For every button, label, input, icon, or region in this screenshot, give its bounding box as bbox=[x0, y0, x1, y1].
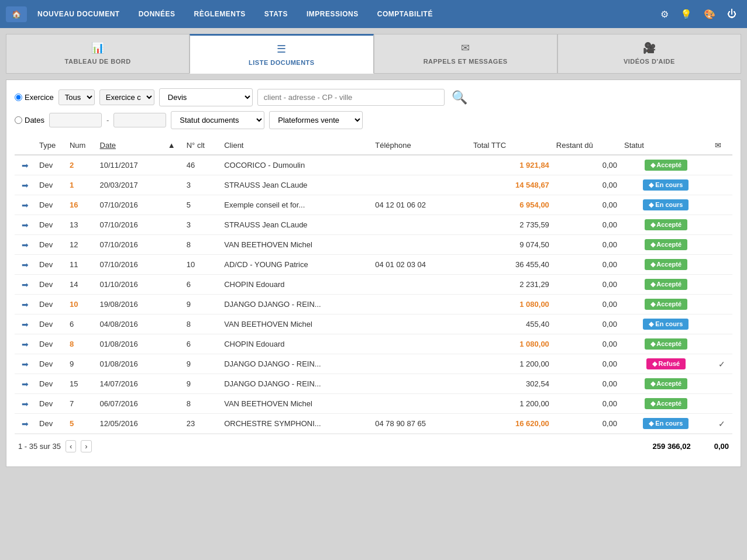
row-action-icon[interactable]: ➡ bbox=[15, 374, 36, 394]
row-action-icon[interactable]: ➡ bbox=[15, 195, 36, 215]
tab-tableau-de-bord[interactable]: 📊 TABLEAU DE BORD bbox=[6, 34, 190, 74]
row-statut[interactable]: ◆ Accepté bbox=[621, 374, 711, 394]
lightbulb-icon[interactable]: 💡 bbox=[676, 5, 697, 23]
row-num[interactable]: 15 bbox=[66, 374, 97, 394]
tab-label-rappels-messages: RAPPELS ET MESSAGES bbox=[424, 58, 508, 65]
row-action-icon[interactable]: ➡ bbox=[15, 295, 36, 314]
row-action-icon[interactable]: ➡ bbox=[15, 314, 36, 334]
row-date: 20/03/2017 bbox=[97, 175, 164, 195]
row-num[interactable]: 9 bbox=[66, 354, 97, 374]
row-action-icon[interactable]: ➡ bbox=[15, 275, 36, 295]
row-nclt: 3 bbox=[183, 215, 221, 235]
row-num[interactable]: 13 bbox=[66, 215, 97, 235]
row-action-icon[interactable]: ➡ bbox=[15, 215, 36, 235]
row-num[interactable]: 14 bbox=[66, 275, 97, 295]
nav-impressions[interactable]: IMPRESSIONS bbox=[298, 6, 367, 22]
col-header-date[interactable]: Date bbox=[97, 136, 164, 155]
nav-reglements[interactable]: RÈGLEMENTS bbox=[186, 6, 254, 22]
row-total-ttc: 36 455,40 bbox=[470, 255, 553, 275]
plateforme-select[interactable]: Plateformes vente Toutes bbox=[269, 111, 363, 129]
row-statut[interactable]: ◆ Refusé bbox=[621, 354, 711, 374]
power-icon[interactable]: ⏻ bbox=[722, 5, 741, 23]
row-statut[interactable]: ◆ Accepté bbox=[621, 334, 711, 354]
tab-videos-aide[interactable]: 🎥 VIDÉOS D'AIDE bbox=[557, 34, 741, 74]
dates-radio[interactable] bbox=[15, 116, 22, 124]
row-nclt: 10 bbox=[183, 255, 221, 275]
row-action-icon[interactable]: ➡ bbox=[15, 394, 36, 414]
tab-rappels-messages[interactable]: ✉ RAPPELS ET MESSAGES bbox=[374, 34, 557, 74]
exercice-radio[interactable] bbox=[15, 94, 22, 101]
dates-label: Dates bbox=[25, 116, 44, 125]
row-mail-check bbox=[711, 155, 732, 175]
palette-icon[interactable]: 🎨 bbox=[699, 5, 720, 23]
row-statut[interactable]: ◆ Accepté bbox=[621, 235, 711, 255]
row-total-ttc: 455,40 bbox=[470, 314, 553, 334]
row-num[interactable]: 8 bbox=[66, 334, 97, 354]
pagination-next-button[interactable]: › bbox=[81, 440, 91, 452]
row-statut[interactable]: ◆ Accepté bbox=[621, 155, 711, 175]
row-restant-du: 0,00 bbox=[553, 275, 621, 295]
documents-table-wrapper: Type Num Date ▲ N° clt Client Téléphone … bbox=[15, 136, 732, 434]
row-num[interactable]: 7 bbox=[66, 394, 97, 414]
row-statut[interactable]: ◆ En cours bbox=[621, 414, 711, 434]
search-button[interactable]: 🔍 bbox=[449, 90, 470, 105]
document-type-select[interactable]: Devis Facture Avoir Bon de livraison bbox=[159, 88, 253, 106]
tab-liste-documents[interactable]: ☰ LISTE DOCUMENTS bbox=[190, 34, 373, 74]
row-action-icon[interactable]: ➡ bbox=[15, 175, 36, 195]
row-num[interactable]: 2 bbox=[66, 155, 97, 175]
dates-radio-label[interactable]: Dates bbox=[15, 116, 44, 125]
table-row: ➡ Dev 12 07/10/2016 8 VAN BEETHOVEN Mich… bbox=[15, 235, 732, 255]
row-num[interactable]: 11 bbox=[66, 255, 97, 275]
date-from-input[interactable]: 05/11/2017 bbox=[49, 113, 102, 127]
row-restant-du: 0,00 bbox=[553, 295, 621, 314]
row-statut[interactable]: ◆ Accepté bbox=[621, 255, 711, 275]
nav-stats[interactable]: STATS bbox=[256, 6, 296, 22]
home-button[interactable]: 🏠 bbox=[6, 6, 27, 22]
date-to-input[interactable]: 05/12/2017 bbox=[113, 113, 166, 127]
row-statut[interactable]: ◆ Accepté bbox=[621, 215, 711, 235]
row-statut[interactable]: ◆ Accepté bbox=[621, 275, 711, 295]
row-num[interactable]: 5 bbox=[66, 414, 97, 434]
row-action-icon[interactable]: ➡ bbox=[15, 334, 36, 354]
exercice-select[interactable]: Tous bbox=[58, 89, 95, 105]
col-header-sort-arrow[interactable]: ▲ bbox=[164, 136, 183, 155]
exercice-radio-label[interactable]: Exercice bbox=[15, 93, 54, 102]
row-num[interactable]: 6 bbox=[66, 314, 97, 334]
client-search-input[interactable] bbox=[257, 89, 445, 106]
nav-comptabilite[interactable]: COMPTABILITÉ bbox=[369, 6, 441, 22]
row-statut[interactable]: ◆ En cours bbox=[621, 314, 711, 334]
nav-donnees[interactable]: DONNÉES bbox=[130, 6, 184, 22]
row-num[interactable]: 12 bbox=[66, 235, 97, 255]
row-type: Dev bbox=[36, 235, 66, 255]
row-nclt: 8 bbox=[183, 314, 221, 334]
envelope-icon: ✉ bbox=[461, 42, 470, 54]
row-client: VAN BEETHOVEN Michel bbox=[221, 235, 371, 255]
footer-total-rest: 0,00 bbox=[714, 442, 729, 451]
row-telephone: 04 01 02 03 04 bbox=[371, 255, 470, 275]
row-action-icon[interactable]: ➡ bbox=[15, 155, 36, 175]
exercice-c-select[interactable]: Exercice c bbox=[99, 89, 154, 105]
row-num[interactable]: 16 bbox=[66, 195, 97, 215]
row-restant-du: 0,00 bbox=[553, 314, 621, 334]
row-action-icon[interactable]: ➡ bbox=[15, 255, 36, 275]
row-action-icon[interactable]: ➡ bbox=[15, 354, 36, 374]
row-client: Exemple conseil et for... bbox=[221, 195, 371, 215]
row-mail-check bbox=[711, 215, 732, 235]
row-action-icon[interactable]: ➡ bbox=[15, 235, 36, 255]
row-client: VAN BEETHOVEN Michel bbox=[221, 314, 371, 334]
row-action-icon[interactable]: ➡ bbox=[15, 414, 36, 434]
settings-icon[interactable]: ⚙ bbox=[656, 5, 673, 23]
row-statut[interactable]: ◆ En cours bbox=[621, 195, 711, 215]
row-num[interactable]: 1 bbox=[66, 175, 97, 195]
row-statut[interactable]: ◆ Accepté bbox=[621, 295, 711, 314]
footer-totals: 259 366,02 0,00 bbox=[653, 442, 729, 451]
row-num[interactable]: 10 bbox=[66, 295, 97, 314]
row-nclt: 6 bbox=[183, 334, 221, 354]
row-type: Dev bbox=[36, 275, 66, 295]
pagination-prev-button[interactable]: ‹ bbox=[66, 440, 76, 452]
row-statut[interactable]: ◆ Accepté bbox=[621, 394, 711, 414]
nav-nouveau-document[interactable]: NOUVEAU DOCUMENT bbox=[29, 6, 128, 22]
row-statut[interactable]: ◆ En cours bbox=[621, 175, 711, 195]
statut-select[interactable]: Statut documents Tous Accepté En cours R… bbox=[171, 111, 264, 129]
row-sort-placeholder bbox=[164, 175, 183, 195]
